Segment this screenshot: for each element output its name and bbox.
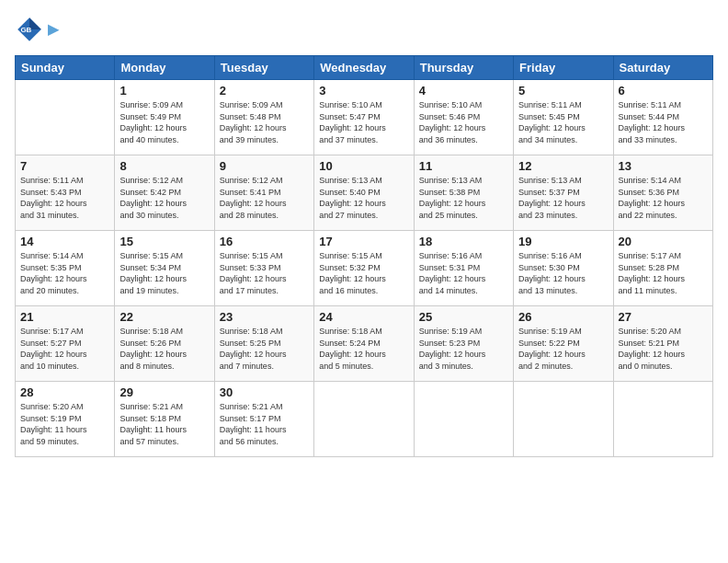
calendar-table: SundayMondayTuesdayWednesdayThursdayFrid… — [15, 55, 713, 457]
calendar-cell: 25Sunrise: 5:19 AM Sunset: 5:23 PM Dayli… — [414, 306, 513, 382]
svg-text:GB: GB — [20, 26, 31, 34]
calendar-cell: 27Sunrise: 5:20 AM Sunset: 5:21 PM Dayli… — [613, 306, 712, 382]
calendar-cell — [314, 382, 414, 457]
cell-info: Sunrise: 5:12 AM Sunset: 5:41 PM Dayligh… — [220, 175, 309, 221]
cell-info: Sunrise: 5:10 AM Sunset: 5:47 PM Dayligh… — [319, 99, 408, 145]
calendar-cell: 16Sunrise: 5:15 AM Sunset: 5:33 PM Dayli… — [214, 231, 313, 306]
page: GB ▶ SundayMondayTuesdayWednesdayThursda… — [0, 0, 728, 563]
weekday-header-sunday: Sunday — [16, 56, 115, 80]
weekday-header-saturday: Saturday — [613, 56, 712, 80]
day-number: 16 — [220, 235, 309, 248]
weekday-header-row: SundayMondayTuesdayWednesdayThursdayFrid… — [16, 56, 713, 80]
day-number: 3 — [319, 84, 408, 98]
cell-info: Sunrise: 5:13 AM Sunset: 5:37 PM Dayligh… — [518, 175, 608, 221]
calendar-cell: 5Sunrise: 5:11 AM Sunset: 5:45 PM Daylig… — [514, 80, 613, 155]
cell-info: Sunrise: 5:17 AM Sunset: 5:28 PM Dayligh… — [619, 250, 708, 296]
calendar-cell: 9Sunrise: 5:12 AM Sunset: 5:41 PM Daylig… — [214, 155, 313, 231]
day-number: 21 — [20, 310, 109, 324]
cell-info: Sunrise: 5:19 AM Sunset: 5:22 PM Dayligh… — [518, 326, 608, 372]
calendar-week-3: 14Sunrise: 5:14 AM Sunset: 5:35 PM Dayli… — [16, 231, 713, 306]
day-number: 18 — [419, 235, 508, 248]
cell-info: Sunrise: 5:11 AM Sunset: 5:45 PM Dayligh… — [518, 99, 608, 145]
calendar-cell: 21Sunrise: 5:17 AM Sunset: 5:27 PM Dayli… — [16, 306, 115, 382]
cell-info: Sunrise: 5:18 AM Sunset: 5:26 PM Dayligh… — [119, 326, 209, 372]
cell-info: Sunrise: 5:13 AM Sunset: 5:40 PM Dayligh… — [319, 175, 408, 221]
cell-info: Sunrise: 5:12 AM Sunset: 5:42 PM Dayligh… — [119, 175, 209, 221]
calendar-cell: 8Sunrise: 5:12 AM Sunset: 5:42 PM Daylig… — [115, 155, 214, 231]
cell-info: Sunrise: 5:20 AM Sunset: 5:21 PM Dayligh… — [619, 326, 708, 372]
logo: GB ▶ — [15, 15, 59, 44]
calendar-cell: 18Sunrise: 5:16 AM Sunset: 5:31 PM Dayli… — [414, 231, 513, 306]
calendar-cell — [613, 382, 712, 457]
calendar-cell: 6Sunrise: 5:11 AM Sunset: 5:44 PM Daylig… — [613, 80, 712, 155]
day-number: 6 — [619, 84, 708, 98]
calendar-cell — [16, 80, 115, 155]
calendar-cell: 7Sunrise: 5:11 AM Sunset: 5:43 PM Daylig… — [16, 155, 115, 231]
cell-info: Sunrise: 5:21 AM Sunset: 5:18 PM Dayligh… — [119, 401, 209, 447]
day-number: 8 — [119, 159, 209, 173]
cell-info: Sunrise: 5:21 AM Sunset: 5:17 PM Dayligh… — [220, 401, 309, 447]
day-number: 29 — [119, 385, 209, 399]
cell-info: Sunrise: 5:15 AM Sunset: 5:33 PM Dayligh… — [220, 250, 309, 296]
day-number: 13 — [619, 159, 708, 173]
calendar-cell — [414, 382, 513, 457]
cell-info: Sunrise: 5:18 AM Sunset: 5:24 PM Dayligh… — [319, 326, 408, 372]
calendar-cell: 1Sunrise: 5:09 AM Sunset: 5:49 PM Daylig… — [115, 80, 214, 155]
weekday-header-friday: Friday — [514, 56, 613, 80]
cell-info: Sunrise: 5:13 AM Sunset: 5:38 PM Dayligh… — [419, 175, 508, 221]
cell-info: Sunrise: 5:14 AM Sunset: 5:35 PM Dayligh… — [20, 250, 109, 296]
calendar-cell: 10Sunrise: 5:13 AM Sunset: 5:40 PM Dayli… — [314, 155, 414, 231]
day-number: 1 — [119, 84, 209, 98]
calendar-week-1: 1Sunrise: 5:09 AM Sunset: 5:49 PM Daylig… — [16, 80, 713, 155]
calendar-cell: 17Sunrise: 5:15 AM Sunset: 5:32 PM Dayli… — [314, 231, 414, 306]
calendar-cell: 22Sunrise: 5:18 AM Sunset: 5:26 PM Dayli… — [115, 306, 214, 382]
day-number: 4 — [419, 84, 508, 98]
day-number: 24 — [319, 310, 408, 324]
calendar-cell: 3Sunrise: 5:10 AM Sunset: 5:47 PM Daylig… — [314, 80, 414, 155]
calendar-cell: 2Sunrise: 5:09 AM Sunset: 5:48 PM Daylig… — [214, 80, 313, 155]
cell-info: Sunrise: 5:16 AM Sunset: 5:31 PM Dayligh… — [419, 250, 508, 296]
day-number: 20 — [619, 235, 708, 248]
weekday-header-thursday: Thursday — [414, 56, 513, 80]
day-number: 7 — [20, 159, 109, 173]
day-number: 26 — [518, 310, 608, 324]
day-number: 9 — [220, 159, 309, 173]
day-number: 2 — [220, 84, 309, 98]
cell-info: Sunrise: 5:11 AM Sunset: 5:43 PM Dayligh… — [20, 175, 109, 221]
cell-info: Sunrise: 5:10 AM Sunset: 5:46 PM Dayligh… — [419, 99, 508, 145]
day-number: 11 — [419, 159, 508, 173]
calendar-cell: 15Sunrise: 5:15 AM Sunset: 5:34 PM Dayli… — [115, 231, 214, 306]
calendar-cell: 4Sunrise: 5:10 AM Sunset: 5:46 PM Daylig… — [414, 80, 513, 155]
day-number: 14 — [20, 235, 109, 248]
day-number: 30 — [220, 385, 309, 399]
calendar-cell: 13Sunrise: 5:14 AM Sunset: 5:36 PM Dayli… — [613, 155, 712, 231]
calendar-cell: 24Sunrise: 5:18 AM Sunset: 5:24 PM Dayli… — [314, 306, 414, 382]
header: GB ▶ — [15, 15, 713, 44]
calendar-cell: 11Sunrise: 5:13 AM Sunset: 5:38 PM Dayli… — [414, 155, 513, 231]
cell-info: Sunrise: 5:15 AM Sunset: 5:32 PM Dayligh… — [319, 250, 408, 296]
cell-info: Sunrise: 5:11 AM Sunset: 5:44 PM Dayligh… — [619, 99, 708, 145]
weekday-header-wednesday: Wednesday — [314, 56, 414, 80]
day-number: 27 — [619, 310, 708, 324]
day-number: 22 — [119, 310, 209, 324]
calendar-cell: 26Sunrise: 5:19 AM Sunset: 5:22 PM Dayli… — [514, 306, 613, 382]
day-number: 5 — [518, 84, 608, 98]
calendar-cell — [514, 382, 613, 457]
calendar-cell: 12Sunrise: 5:13 AM Sunset: 5:37 PM Dayli… — [514, 155, 613, 231]
calendar-cell: 30Sunrise: 5:21 AM Sunset: 5:17 PM Dayli… — [214, 382, 313, 457]
logo-icon: GB — [15, 15, 44, 44]
calendar-week-5: 28Sunrise: 5:20 AM Sunset: 5:19 PM Dayli… — [16, 382, 713, 457]
cell-info: Sunrise: 5:14 AM Sunset: 5:36 PM Dayligh… — [619, 175, 708, 221]
day-number: 17 — [319, 235, 408, 248]
cell-info: Sunrise: 5:17 AM Sunset: 5:27 PM Dayligh… — [20, 326, 109, 372]
calendar-week-4: 21Sunrise: 5:17 AM Sunset: 5:27 PM Dayli… — [16, 306, 713, 382]
calendar-cell: 28Sunrise: 5:20 AM Sunset: 5:19 PM Dayli… — [16, 382, 115, 457]
calendar-cell: 29Sunrise: 5:21 AM Sunset: 5:18 PM Dayli… — [115, 382, 214, 457]
cell-info: Sunrise: 5:09 AM Sunset: 5:49 PM Dayligh… — [119, 99, 209, 145]
day-number: 10 — [319, 159, 408, 173]
weekday-header-tuesday: Tuesday — [214, 56, 313, 80]
day-number: 25 — [419, 310, 508, 324]
calendar-week-2: 7Sunrise: 5:11 AM Sunset: 5:43 PM Daylig… — [16, 155, 713, 231]
cell-info: Sunrise: 5:18 AM Sunset: 5:25 PM Dayligh… — [220, 326, 309, 372]
cell-info: Sunrise: 5:19 AM Sunset: 5:23 PM Dayligh… — [419, 326, 508, 372]
